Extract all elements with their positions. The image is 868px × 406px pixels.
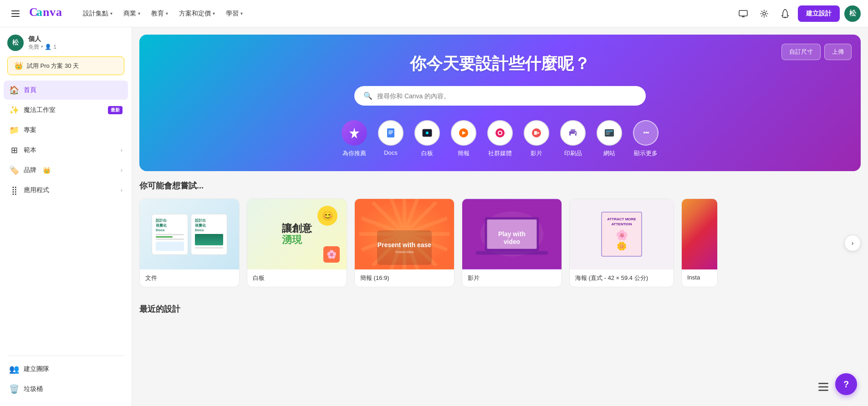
category-video[interactable]: 影片 (524, 120, 549, 157)
poster-flower-icon: 🌸 (606, 229, 638, 241)
sidebar-item-magic[interactable]: ✨ 魔法工作室 最新 (4, 101, 128, 120)
svg-text:video: video (504, 238, 520, 245)
sidebar-item-templates[interactable]: ⊞ 範本 › (4, 141, 128, 160)
category-social[interactable]: 社群媒體 (487, 120, 513, 157)
nav-education[interactable]: 教育 ▾ (147, 7, 173, 20)
next-arrow-button[interactable]: › (844, 235, 861, 251)
insta-card-label: Insta (682, 269, 717, 285)
sidebar-nav: 🏠 首頁 ✨ 魔法工作室 最新 📁 專案 ⊞ 範本 › 🏷️ 品牌 👑 (0, 81, 132, 200)
presentation-icon (451, 120, 476, 146)
video-card-label: 影片 (462, 269, 562, 287)
category-docs[interactable]: Docs (378, 120, 403, 157)
brand-icon: 🏷️ (9, 165, 19, 175)
print-icon (560, 120, 586, 146)
create-design-button[interactable]: 建立設計 (798, 5, 840, 22)
main-content: 自訂尺寸 上傳 你今天要設計些什麼呢？ 🔍 為你推薦 (132, 27, 868, 406)
nav-business[interactable]: 商業 ▾ (119, 7, 145, 20)
category-website[interactable]: 網站 (597, 120, 622, 157)
docs-icon (378, 120, 403, 146)
presentation-card[interactable]: Present with ease Grand Idea 簡報 (16:9) (354, 198, 454, 287)
video-card-thumbnail: Play with video (462, 199, 562, 269)
hamburger-button[interactable] (7, 5, 24, 22)
sidebar-item-home[interactable]: 🏠 首頁 (4, 81, 128, 100)
user-avatar[interactable]: 松 (844, 5, 861, 22)
pro-trial-button[interactable]: 👑 試用 Pro 方案 30 天 (7, 56, 124, 75)
svg-text:v: v (50, 5, 56, 19)
category-print[interactable]: 印刷品 (560, 120, 586, 157)
help-button[interactable]: ? (835, 373, 857, 395)
video-card[interactable]: Play with video 影片 (462, 198, 562, 287)
canva-logo[interactable]: C a n v a (29, 5, 66, 22)
user-name: 個人 (28, 35, 56, 43)
settings-icon-button[interactable] (756, 5, 772, 22)
hero-top-buttons: 自訂尺寸 上傳 (781, 44, 852, 60)
poster-card[interactable]: ATTRACT MORE ATTENTION 🌸 🌼 海報 (直式 - 42 ×… (569, 198, 674, 287)
category-label: 白板 (421, 149, 433, 157)
sidebar-item-brand[interactable]: 🏷️ 品牌 👑 › (4, 161, 128, 180)
chevron-right-icon: › (121, 167, 123, 173)
sidebar-item-create-team[interactable]: 👥 建立團隊 (4, 360, 128, 379)
list-icon-button[interactable] (815, 379, 832, 395)
category-more[interactable]: ··· 顯示更多 (633, 120, 659, 157)
pres-card-thumbnail: Present with ease Grand Idea (355, 199, 454, 269)
hero-categories: 為你推薦 Docs (158, 120, 842, 157)
trash-icon: 🗑️ (9, 384, 19, 394)
svg-rect-13 (387, 128, 394, 137)
sidebar-item-apps[interactable]: ⣿ 應用程式 › (4, 181, 128, 200)
doc-card-thumbnail: 設計出視覺化Docs 設計出視覺化Docs (140, 199, 239, 269)
monitor-icon-button[interactable] (735, 5, 751, 22)
nav-left: C a n v a 設計集點 ▾ 商業 ▾ 教育 ▾ 方案和定價 ▾ (7, 5, 247, 22)
category-label: 顯示更多 (634, 149, 658, 157)
poster-flower-icon-2: 🌼 (606, 241, 638, 251)
social-icon (487, 120, 513, 146)
sidebar-item-projects[interactable]: 📁 專案 (4, 121, 128, 140)
category-label: 影片 (531, 149, 542, 157)
svg-rect-55 (476, 251, 548, 255)
svg-point-11 (763, 12, 766, 15)
search-icon: 🔍 (363, 91, 373, 100)
custom-size-button[interactable]: 自訂尺寸 (781, 44, 821, 60)
nav-right: 建立設計 松 (735, 5, 861, 22)
category-whiteboard[interactable]: 白板 (414, 120, 440, 157)
recent-section-title: 最近的設計 (139, 304, 861, 315)
recent-section: 最近的設計 (132, 304, 868, 315)
svg-rect-57 (818, 386, 828, 388)
notification-icon-button[interactable] (777, 5, 793, 22)
website-icon (597, 120, 622, 146)
category-label: 社群媒體 (488, 149, 512, 157)
doc-mock: 設計出視覺化Docs 設計出視覺化Docs (147, 209, 232, 259)
apps-icon: ⣿ (9, 185, 19, 195)
insta-card[interactable]: Insta (681, 198, 718, 287)
search-input[interactable] (377, 92, 637, 100)
doc-card[interactable]: 設計出視覺化Docs 設計出視覺化Docs (139, 198, 240, 287)
svg-text:n: n (43, 5, 50, 19)
svg-point-18 (426, 132, 429, 134)
whiteboard-card[interactable]: 讓創意 湧現 😊 🌸 白板 (247, 198, 347, 287)
cards-row: 設計出視覺化Docs 設計出視覺化Docs (139, 198, 839, 287)
svg-rect-15 (388, 132, 393, 133)
whiteboard-icon (414, 120, 440, 146)
chevron-right-icon: › (121, 147, 123, 153)
hero-title: 你今天要設計些什麼呢？ (158, 53, 842, 75)
wb-content: 讓創意 湧現 (282, 223, 312, 245)
nav-learning[interactable]: 學習 ▾ (221, 7, 247, 20)
nav-pricing[interactable]: 方案和定價 ▾ (174, 7, 220, 20)
hero-banner: 自訂尺寸 上傳 你今天要設計些什麼呢？ 🔍 為你推薦 (139, 35, 861, 171)
team-icon: 👥 (9, 364, 19, 374)
nav-design-focus[interactable]: 設計集點 ▾ (78, 7, 117, 20)
category-recommended[interactable]: 為你推薦 (342, 120, 367, 157)
svg-rect-25 (571, 134, 575, 136)
chevron-down-icon: ▾ (213, 11, 215, 16)
upload-button[interactable]: 上傳 (824, 44, 852, 60)
pres-card-label: 簡報 (16:9) (355, 269, 454, 287)
sidebar-avatar: 松 (7, 35, 24, 51)
category-presentation[interactable]: 簡報 (451, 120, 476, 157)
svg-point-26 (575, 132, 576, 134)
category-label: 印刷品 (564, 149, 582, 157)
svg-rect-30 (606, 134, 609, 135)
sidebar-item-trash[interactable]: 🗑️ 垃圾桶 (4, 380, 128, 399)
svg-rect-16 (388, 133, 392, 134)
doc-page-1: 設計出視覺化Docs (152, 214, 188, 255)
wb-card-label: 白板 (247, 269, 347, 287)
category-label: 簡報 (458, 149, 470, 157)
